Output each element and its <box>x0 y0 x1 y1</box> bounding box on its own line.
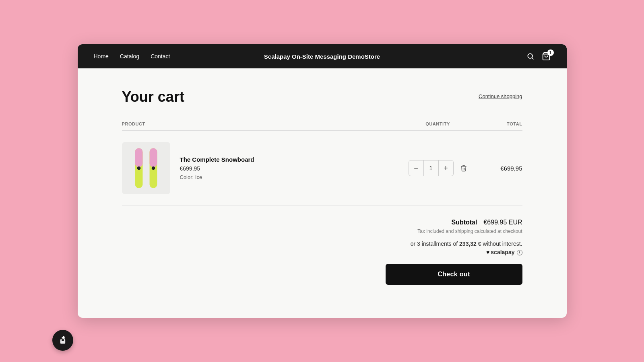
product-price: €699,95 <box>180 165 254 172</box>
snowboard-svg <box>130 144 162 192</box>
svg-rect-4 <box>135 148 142 167</box>
trash-icon <box>460 165 467 172</box>
delete-item-button[interactable] <box>460 165 467 172</box>
svg-point-5 <box>137 167 140 170</box>
search-icon <box>526 52 535 60</box>
decrease-qty-button[interactable]: − <box>409 160 423 176</box>
subtotal-value: €699,95 EUR <box>483 219 522 226</box>
col-total: TOTAL <box>474 121 522 126</box>
arrow-decoration <box>78 255 94 318</box>
svg-point-8 <box>151 167 155 170</box>
checkout-button[interactable]: Check out <box>386 264 522 285</box>
continue-shopping-link[interactable]: Continue shopping <box>479 93 522 99</box>
installments-text: or 3 installments of 233,32 € without in… <box>386 240 522 257</box>
product-name: The Complete Snowboard <box>180 156 254 163</box>
nav-links: Home Catalog Contact <box>94 53 170 60</box>
svg-rect-7 <box>149 148 157 167</box>
product-section: The Complete Snowboard €699,95 Color: Ic… <box>122 142 402 194</box>
nav-contact[interactable]: Contact <box>151 53 170 60</box>
installments-amount: 233,32 € <box>459 241 481 247</box>
item-total: €699,95 <box>474 165 522 172</box>
product-info: The Complete Snowboard €699,95 Color: Ic… <box>180 156 254 180</box>
search-button[interactable] <box>526 52 535 60</box>
cart-badge: 1 <box>547 49 554 56</box>
cart-button[interactable]: 1 <box>542 52 551 61</box>
shopify-bubble[interactable] <box>52 330 73 351</box>
navbar: Home Catalog Contact Scalapay On-Site Me… <box>78 44 567 68</box>
main-content: Your cart Continue shopping PRODUCT QUAN… <box>78 68 567 309</box>
installments-suffix: without interest. <box>481 241 522 247</box>
scalapay-heart-icon: ♥ <box>486 248 489 257</box>
col-quantity: QUANTITY <box>402 121 474 126</box>
quantity-section: − 1 + <box>402 160 474 176</box>
increase-qty-button[interactable]: + <box>439 160 453 176</box>
cart-item: The Complete Snowboard €699,95 Color: Ic… <box>122 131 522 206</box>
svg-point-0 <box>528 53 533 58</box>
scalapay-brand: ♥scalapayi <box>486 248 522 257</box>
store-title: Scalapay On-Site Messaging DemoStore <box>264 53 380 60</box>
col-product: PRODUCT <box>122 121 402 126</box>
qty-value: 1 <box>423 160 439 176</box>
svg-rect-11 <box>62 339 64 341</box>
table-headers: PRODUCT QUANTITY TOTAL <box>122 118 522 131</box>
cart-title: Your cart <box>122 88 184 105</box>
shopify-icon <box>57 335 68 346</box>
subtotal-label: Subtotal <box>451 219 477 226</box>
subtotal-row: Subtotal €699,95 EUR <box>451 219 522 226</box>
product-color: Color: Ice <box>180 174 254 180</box>
summary-area: Subtotal €699,95 EUR Tax included and sh… <box>122 219 522 285</box>
nav-home[interactable]: Home <box>94 53 109 60</box>
cart-header: Your cart Continue shopping <box>122 88 522 105</box>
svg-line-1 <box>532 58 533 60</box>
product-image <box>122 142 170 194</box>
nav-icons: 1 <box>526 52 551 61</box>
scalapay-info-icon[interactable]: i <box>517 250 522 255</box>
scalapay-name: scalapay <box>491 248 514 257</box>
installments-prefix: or 3 installments of <box>411 241 459 247</box>
tax-note: Tax included and shipping calculated at … <box>417 228 522 234</box>
qty-controls: − 1 + <box>409 160 454 176</box>
nav-catalog[interactable]: Catalog <box>120 53 139 60</box>
